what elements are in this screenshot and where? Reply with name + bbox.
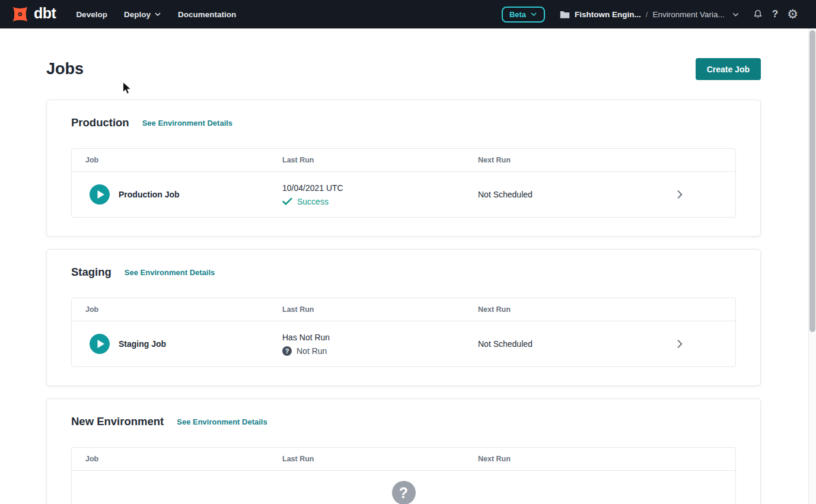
job-status: Success xyxy=(282,197,464,206)
job-status: ? Not Run xyxy=(282,346,464,356)
jobs-table-header: Job Last Run Next Run xyxy=(72,149,735,172)
navbar-right: Beta Fishtown Engin... / Environment Var… xyxy=(502,7,798,23)
help-icon[interactable]: ? xyxy=(772,8,778,20)
see-environment-details-link[interactable]: See Environment Details xyxy=(177,417,267,426)
environment-card-staging: Staging See Environment Details Job Last… xyxy=(46,249,761,386)
nav-item-label: Documentation xyxy=(178,10,236,19)
column-header-next-run: Next Run xyxy=(464,305,674,314)
next-run-cell: Not Scheduled xyxy=(464,339,674,349)
status-label: Not Run xyxy=(297,346,327,356)
environment-card-header: Production See Environment Details xyxy=(71,116,736,129)
account-project-breadcrumb[interactable]: Fishtown Engin... / Environment Varia... xyxy=(560,10,740,19)
brand-name: dbt xyxy=(34,6,56,23)
chevron-down-icon xyxy=(530,11,537,18)
see-environment-details-link[interactable]: See Environment Details xyxy=(142,119,232,127)
chevron-down-icon xyxy=(732,11,740,18)
environment-name: Staging xyxy=(71,266,111,279)
column-header-job: Job xyxy=(72,455,269,463)
see-environment-details-link[interactable]: See Environment Details xyxy=(125,268,215,277)
chevron-right-icon[interactable] xyxy=(674,337,686,350)
job-row-staging[interactable]: Staging Job Has Not Run ? Not Run Not Sc… xyxy=(72,321,735,366)
bell-icon[interactable] xyxy=(753,9,763,20)
column-header-job: Job xyxy=(72,305,269,314)
column-header-last-run: Last Run xyxy=(269,156,464,164)
row-chevron-cell xyxy=(674,188,735,201)
environment-card-header: Staging See Environment Details xyxy=(71,266,736,279)
last-run-date: Has Not Run xyxy=(282,333,464,342)
run-job-button[interactable] xyxy=(90,334,110,354)
last-run-cell: Has Not Run ? Not Run xyxy=(269,333,464,356)
environment-card-new-environment: New Environment See Environment Details … xyxy=(46,398,761,504)
column-header-job: Job xyxy=(72,156,269,164)
question-circle-icon: ? xyxy=(282,346,292,356)
breadcrumb-project: Environment Varia... xyxy=(652,10,724,19)
beta-dropdown-button[interactable]: Beta xyxy=(502,7,545,23)
column-header-last-run: Last Run xyxy=(269,305,464,314)
chevron-right-icon[interactable] xyxy=(674,188,686,201)
environment-card-header: New Environment See Environment Details xyxy=(71,415,736,428)
primary-nav: Develop Deploy Documentation xyxy=(76,10,236,19)
next-run-cell: Not Scheduled xyxy=(464,190,674,199)
empty-jobs-state: ? xyxy=(72,471,735,504)
gear-icon[interactable]: ⚙ xyxy=(787,8,798,21)
check-icon xyxy=(282,197,292,206)
dbt-logo[interactable]: dbt xyxy=(9,4,56,25)
folder-icon xyxy=(560,10,570,19)
chevron-down-icon xyxy=(154,11,161,18)
environment-name: New Environment xyxy=(71,415,164,428)
page-header: Jobs Create Job xyxy=(46,58,761,80)
page-title: Jobs xyxy=(46,60,84,78)
status-label: Success xyxy=(297,197,329,206)
run-job-button[interactable] xyxy=(90,184,110,205)
column-header-next-run: Next Run xyxy=(464,455,674,463)
environment-card-production: Production See Environment Details Job L… xyxy=(46,100,761,237)
jobs-table-header: Job Last Run Next Run xyxy=(72,448,735,471)
nav-item-documentation[interactable]: Documentation xyxy=(178,10,236,19)
environment-name: Production xyxy=(71,116,129,129)
nav-item-label: Deploy xyxy=(124,10,151,19)
jobs-table: Job Last Run Next Run Production Job 10/… xyxy=(71,148,736,218)
play-icon xyxy=(90,334,110,354)
jobs-table-header: Job Last Run Next Run xyxy=(72,298,735,321)
breadcrumb-account: Fishtown Engin... xyxy=(575,10,641,19)
job-cell: Production Job xyxy=(72,184,269,205)
job-name: Staging Job xyxy=(119,339,166,349)
navbar-icon-buttons: ? ⚙ xyxy=(753,8,798,21)
main-content: Jobs Create Job Production See Environme… xyxy=(0,58,816,504)
last-run-date: 10/04/2021 UTC xyxy=(282,183,464,193)
job-name: Production Job xyxy=(119,190,180,199)
jobs-table: Job Last Run Next Run ? xyxy=(71,447,736,504)
nav-item-develop[interactable]: Develop xyxy=(76,10,107,19)
jobs-table: Job Last Run Next Run Staging Job Has No… xyxy=(71,298,736,367)
beta-label: Beta xyxy=(509,10,526,19)
question-circle-icon: ? xyxy=(392,481,416,504)
job-row-production[interactable]: Production Job 10/04/2021 UTC Success No… xyxy=(72,172,735,217)
last-run-cell: 10/04/2021 UTC Success xyxy=(269,183,464,206)
top-navbar: dbt Develop Deploy Documentation Beta Fi… xyxy=(0,0,816,28)
dbt-logo-icon xyxy=(9,4,31,25)
row-chevron-cell xyxy=(674,337,735,350)
nav-item-label: Develop xyxy=(76,10,107,19)
breadcrumb-separator: / xyxy=(646,10,648,19)
scrollbar-thumb[interactable] xyxy=(809,30,815,332)
job-cell: Staging Job xyxy=(72,334,269,354)
play-icon xyxy=(90,184,110,205)
create-job-button[interactable]: Create Job xyxy=(696,58,761,80)
nav-item-deploy[interactable]: Deploy xyxy=(124,10,161,19)
column-header-last-run: Last Run xyxy=(269,455,464,463)
column-header-next-run: Next Run xyxy=(464,156,674,164)
vertical-scrollbar[interactable] xyxy=(808,28,816,504)
